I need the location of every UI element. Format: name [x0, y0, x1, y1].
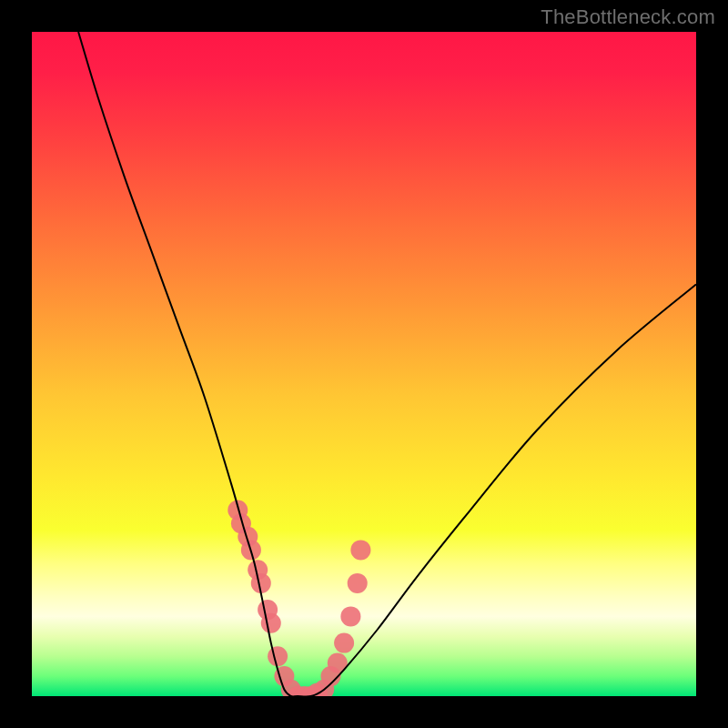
bottleneck-curve [78, 32, 696, 696]
highlight-dot [334, 633, 354, 653]
chart-overlay [32, 32, 696, 696]
highlight-dot [268, 646, 288, 666]
credit-text: TheBottleneck.com [541, 5, 715, 29]
highlight-dot [340, 606, 360, 626]
highlight-dot [350, 540, 370, 560]
highlight-dot [348, 573, 368, 593]
highlight-dot [261, 613, 281, 633]
chart-frame: TheBottleneck.com [0, 0, 728, 728]
highlight-dots [228, 500, 370, 696]
plot-area [32, 32, 696, 696]
